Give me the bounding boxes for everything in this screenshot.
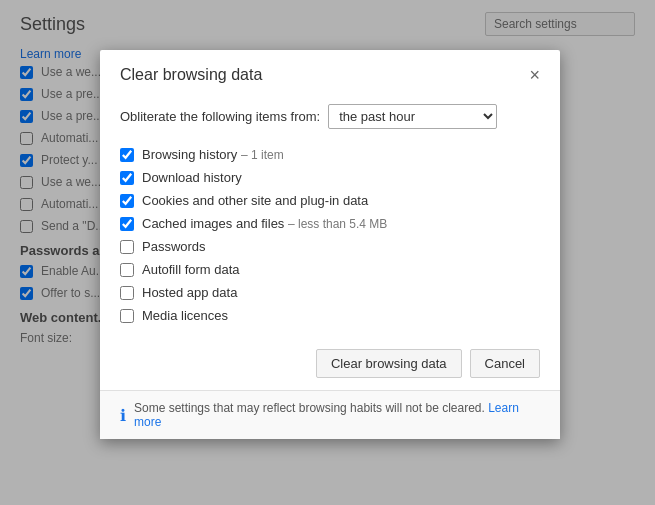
passwords-label: Passwords (142, 239, 206, 254)
cached-images-checkbox[interactable] (120, 217, 134, 231)
clear-browsing-dialog: Clear browsing data × Obliterate the fol… (100, 50, 560, 439)
dialog-title: Clear browsing data (120, 66, 262, 84)
cancel-button[interactable]: Cancel (470, 349, 540, 378)
cookies-checkbox[interactable] (120, 194, 134, 208)
browsing-history-label: Browsing history – 1 item (142, 147, 284, 162)
browsing-history-note: – 1 item (241, 148, 284, 162)
cached-images-note: – less than 5.4 MB (288, 217, 387, 231)
media-licences-label: Media licences (142, 308, 228, 323)
info-text: Some settings that may reflect browsing … (134, 401, 540, 429)
dialog-footer: Clear browsing data Cancel (100, 337, 560, 390)
list-item: Passwords (120, 235, 540, 258)
dialog-header: Clear browsing data × (100, 50, 560, 94)
close-button[interactable]: × (529, 66, 540, 84)
checkbox-list: Browsing history – 1 item Download histo… (120, 143, 540, 327)
list-item: Media licences (120, 304, 540, 327)
cached-images-label: Cached images and files – less than 5.4 … (142, 216, 387, 231)
hosted-app-label: Hosted app data (142, 285, 237, 300)
obliterate-label: Obliterate the following items from: (120, 109, 320, 124)
autofill-checkbox[interactable] (120, 263, 134, 277)
dialog-body: Obliterate the following items from: the… (100, 94, 560, 327)
list-item: Autofill form data (120, 258, 540, 281)
browsing-history-checkbox[interactable] (120, 148, 134, 162)
list-item: Cached images and files – less than 5.4 … (120, 212, 540, 235)
clear-browsing-button[interactable]: Clear browsing data (316, 349, 462, 378)
list-item: Cookies and other site and plug-in data (120, 189, 540, 212)
cookies-label: Cookies and other site and plug-in data (142, 193, 368, 208)
list-item: Download history (120, 166, 540, 189)
list-item: Hosted app data (120, 281, 540, 304)
time-range-select[interactable]: the past hour the past day the past week… (328, 104, 497, 129)
hosted-app-checkbox[interactable] (120, 286, 134, 300)
download-history-checkbox[interactable] (120, 171, 134, 185)
download-history-label: Download history (142, 170, 242, 185)
info-bar: ℹ Some settings that may reflect browsin… (100, 390, 560, 439)
info-icon: ℹ (120, 406, 126, 425)
autofill-label: Autofill form data (142, 262, 240, 277)
media-licences-checkbox[interactable] (120, 309, 134, 323)
obliterate-row: Obliterate the following items from: the… (120, 104, 540, 129)
list-item: Browsing history – 1 item (120, 143, 540, 166)
passwords-checkbox[interactable] (120, 240, 134, 254)
info-text-content: Some settings that may reflect browsing … (134, 401, 485, 415)
